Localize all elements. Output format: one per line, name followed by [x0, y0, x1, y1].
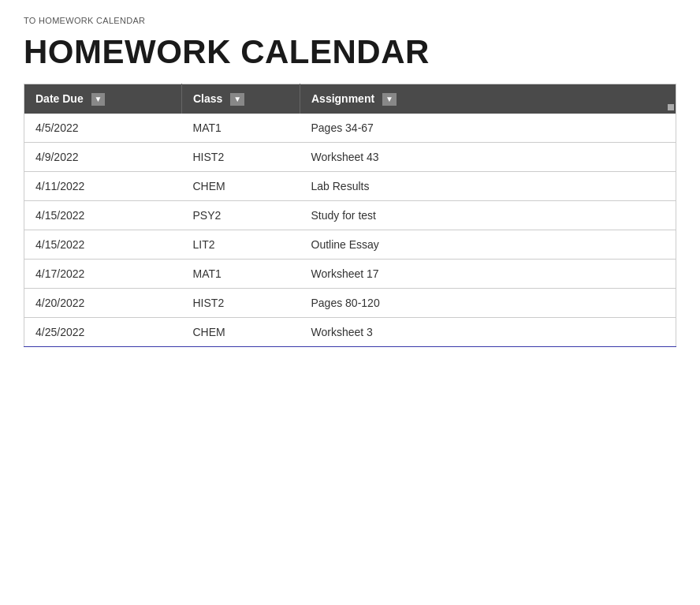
resize-handle[interactable]	[668, 104, 674, 110]
cell-assignment: Study for test	[300, 201, 676, 230]
cell-date: 4/25/2022	[24, 318, 182, 347]
cell-class: LIT2	[182, 230, 300, 260]
header-class: Class ▼	[182, 84, 300, 114]
breadcrumb: TO HOMEWORK CALENDAR	[24, 16, 676, 25]
cell-class: HIST2	[182, 143, 300, 172]
cell-assignment: Pages 80-120	[300, 289, 676, 318]
table-row: 4/15/2022LIT2Outline Essay	[24, 230, 676, 260]
header-date-due: Date Due ▼	[24, 84, 182, 114]
cell-date: 4/5/2022	[24, 114, 182, 143]
cell-assignment: Worksheet 17	[300, 260, 676, 289]
table-header-row: Date Due ▼ Class ▼ Assignment ▼	[24, 84, 676, 114]
table-row: 4/17/2022MAT1Worksheet 17	[24, 260, 676, 289]
table-row: 4/20/2022HIST2Pages 80-120	[24, 289, 676, 318]
cell-assignment: Worksheet 43	[300, 143, 676, 172]
cell-class: PSY2	[182, 201, 300, 230]
cell-class: MAT1	[182, 260, 300, 289]
cell-class: CHEM	[182, 172, 300, 201]
cell-class: CHEM	[182, 318, 300, 347]
cell-date: 4/15/2022	[24, 230, 182, 260]
cell-date: 4/9/2022	[24, 143, 182, 172]
table-row: 4/9/2022HIST2Worksheet 43	[24, 143, 676, 172]
cell-date: 4/15/2022	[24, 201, 182, 230]
cell-assignment: Outline Essay	[300, 230, 676, 260]
filter-date-due[interactable]: ▼	[91, 93, 106, 106]
cell-class: HIST2	[182, 289, 300, 318]
table-row: 4/5/2022MAT1Pages 34-67	[24, 114, 676, 143]
cell-assignment: Pages 34-67	[300, 114, 676, 143]
filter-class[interactable]: ▼	[230, 93, 244, 106]
header-assignment: Assignment ▼	[300, 84, 676, 114]
cell-date: 4/17/2022	[24, 260, 182, 289]
table-row: 4/15/2022PSY2Study for test	[24, 201, 676, 230]
homework-table: Date Due ▼ Class ▼ Assignment ▼ 4/5/2022…	[24, 84, 676, 347]
page-title: HOMEWORK CALENDAR	[24, 33, 676, 71]
cell-assignment: Worksheet 3	[300, 318, 676, 347]
cell-date: 4/11/2022	[24, 172, 182, 201]
cell-class: MAT1	[182, 114, 300, 143]
filter-assignment[interactable]: ▼	[382, 93, 397, 106]
cell-assignment: Lab Results	[300, 172, 676, 201]
table-row: 4/25/2022CHEMWorksheet 3	[24, 318, 676, 347]
table-row: 4/11/2022CHEMLab Results	[24, 172, 676, 201]
cell-date: 4/20/2022	[24, 289, 182, 318]
